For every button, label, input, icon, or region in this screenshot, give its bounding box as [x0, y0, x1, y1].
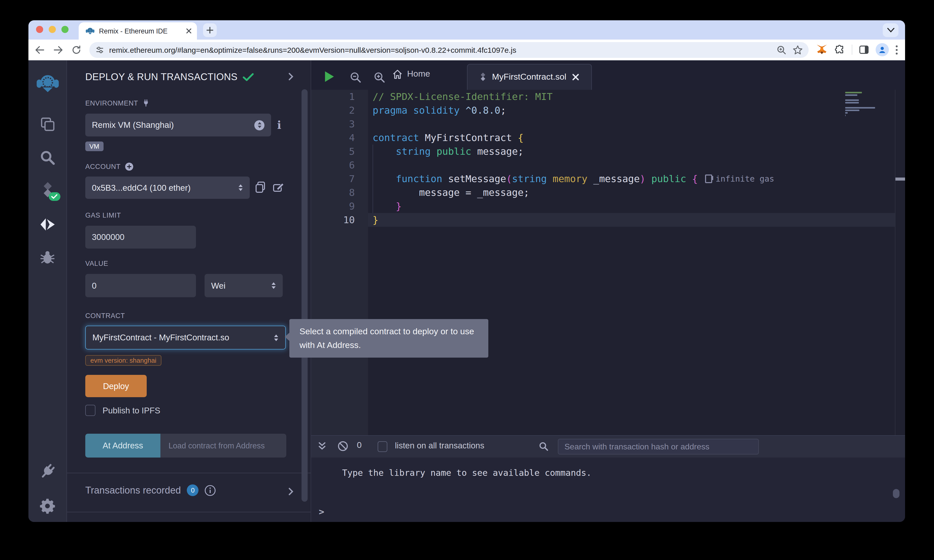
code-line[interactable]: 8 message = _message; [311, 186, 895, 199]
back-button[interactable] [34, 44, 46, 56]
zoom-in-icon[interactable] [374, 72, 385, 83]
code-text: } [368, 213, 895, 227]
account-select[interactable]: 0x5B3...eddC4 (100 ether) [85, 177, 250, 199]
forward-button[interactable] [52, 44, 64, 56]
file-explorer-icon[interactable] [36, 112, 59, 136]
code-line[interactable]: 4contract MyFirstContract { [311, 131, 895, 145]
line-number: 3 [311, 117, 368, 131]
terminal-prompt: > [319, 506, 324, 517]
code-line[interactable]: 7 function setMessage(string memory _mes… [311, 172, 895, 186]
macos-window-controls [36, 26, 69, 33]
solidity-compiler-icon[interactable] [36, 178, 59, 202]
value-input[interactable] [85, 274, 196, 297]
zoom-page-button[interactable] [777, 45, 786, 55]
copy-account-icon[interactable] [255, 181, 266, 193]
transactions-expand-chevron[interactable] [288, 488, 293, 495]
at-address-button[interactable]: At Address [85, 434, 160, 457]
check-icon [243, 73, 254, 81]
code-lines: 1// SPDX-License-Identifier: MIT2pragma … [311, 90, 895, 227]
terminal-panel: 0 listen on all transactions Type the li… [311, 435, 905, 522]
chevron-down-icon [887, 28, 894, 32]
deploy-and-run-icon[interactable] [36, 212, 59, 236]
environment-info-icon[interactable]: i [277, 119, 281, 131]
extensions-puzzle-icon[interactable] [834, 45, 845, 55]
bookmark-star-icon[interactable] [793, 45, 803, 55]
code-line[interactable]: 3 [311, 117, 895, 131]
close-window-button[interactable] [36, 26, 43, 33]
close-tab-icon[interactable] [572, 74, 579, 81]
code-line[interactable]: 1// SPDX-License-Identifier: MIT [311, 90, 895, 103]
collapse-panel-chevron[interactable] [288, 72, 293, 81]
profile-avatar[interactable] [875, 43, 889, 56]
code-text: string public message; [368, 145, 895, 158]
tab-home[interactable]: Home [392, 69, 430, 79]
code-line[interactable]: 6 [311, 158, 895, 172]
pending-tx-count: 0 [357, 440, 362, 451]
publish-ipfs-checkbox[interactable] [85, 405, 96, 416]
code-line[interactable]: 2pragma solidity ^0.8.0; [311, 103, 895, 117]
tab-myfirstcontract[interactable]: MyFirstContract.sol [467, 64, 592, 90]
reload-button[interactable] [70, 44, 82, 56]
select-arrows-icon [238, 184, 243, 191]
toolbar-divider [852, 45, 852, 55]
line-number: 6 [311, 158, 368, 172]
environment-label: ENVIRONMENT [85, 99, 150, 107]
code-line[interactable]: 5 string public message; [311, 145, 895, 158]
search-icon[interactable] [36, 146, 59, 169]
browser-menu-icon[interactable] [895, 45, 898, 55]
at-address-input[interactable] [160, 434, 286, 457]
zoom-out-icon[interactable] [350, 72, 361, 83]
tab-title: Remix - Ethereum IDE [99, 27, 186, 35]
site-settings-icon[interactable] [96, 45, 104, 54]
plugin-manager-icon[interactable] [36, 460, 59, 483]
new-tab-button[interactable] [203, 23, 217, 37]
terminal-search-input[interactable] [558, 439, 759, 454]
environment-select[interactable]: Remix VM (Shanghai) [85, 114, 271, 137]
terminal-output[interactable]: Type the library name to see available c… [311, 457, 905, 522]
close-tab-icon[interactable] [186, 28, 192, 34]
clear-terminal-icon[interactable] [338, 441, 348, 451]
panel-title: DEPLOY & RUN TRANSACTIONS [85, 72, 237, 83]
minimize-window-button[interactable] [49, 26, 56, 33]
terminal-message: Type the library name to see available c… [342, 468, 592, 478]
contract-label: CONTRACT [85, 312, 125, 320]
code-line[interactable]: 9 } [311, 199, 895, 213]
gas-limit-input[interactable] [85, 226, 196, 249]
gas-pump-icon [705, 174, 712, 183]
deploy-button[interactable]: Deploy [85, 375, 147, 397]
gas-limit-label: GAS LIMIT [85, 212, 121, 219]
code-line[interactable]: 10} [311, 213, 895, 227]
edit-account-icon[interactable] [273, 182, 285, 193]
contract-select[interactable]: MyFirstContract - MyFirstContract.so [85, 326, 286, 349]
main-area: Home MyFirstContract.sol 1// SPDX-Licens… [311, 60, 905, 522]
terminal-search-icon [539, 441, 549, 451]
browser-tab[interactable]: Remix - Ethereum IDE [79, 22, 197, 40]
listen-transactions-checkbox[interactable] [378, 441, 387, 452]
select-arrows-icon [274, 334, 279, 341]
terminal-scrollbar[interactable] [893, 489, 900, 498]
select-arrows-icon [254, 120, 265, 130]
url-text: remix.ethereum.org/#lang=en&optimize=fal… [109, 45, 772, 54]
transactions-recorded-label: Transactions recorded [85, 485, 181, 496]
metamask-icon[interactable] [816, 44, 828, 55]
remix-favicon [86, 27, 94, 35]
line-number: 2 [311, 103, 368, 117]
address-bar[interactable]: remix.ethereum.org/#lang=en&optimize=fal… [89, 42, 809, 58]
expand-terminal-icon[interactable] [318, 442, 326, 451]
settings-gear-icon[interactable] [36, 494, 59, 517]
zoom-window-button[interactable] [62, 26, 69, 33]
info-icon[interactable] [205, 485, 216, 496]
deploy-run-panel: DEPLOY & RUN TRANSACTIONS ENVIRONMENT Re… [67, 60, 311, 522]
editor-scrollbar-marker[interactable] [895, 177, 905, 181]
code-editor[interactable]: 1// SPDX-License-Identifier: MIT2pragma … [311, 90, 905, 435]
run-script-button[interactable] [324, 71, 335, 83]
value-unit-select[interactable]: Wei [205, 274, 283, 297]
debugger-icon[interactable] [36, 246, 59, 269]
add-account-icon[interactable] [125, 162, 133, 171]
vm-badge: VM [85, 142, 103, 151]
side-panel-icon[interactable] [859, 45, 869, 55]
tab-search-button[interactable] [883, 23, 899, 37]
code-text: } [368, 199, 895, 213]
listen-transactions-label: listen on all transactions [395, 441, 484, 451]
panel-scrollbar[interactable] [302, 89, 308, 502]
